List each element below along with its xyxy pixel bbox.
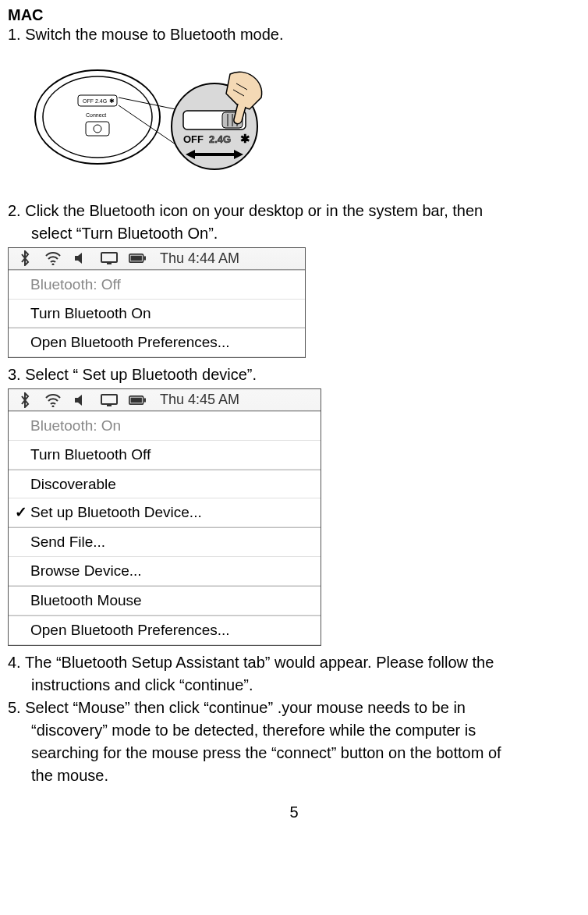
- svg-point-7: [94, 125, 101, 133]
- menu-item[interactable]: Turn Bluetooth Off: [9, 441, 321, 470]
- menu-item[interactable]: Open Bluetooth Preferences...: [9, 328, 305, 357]
- step-1: 1. Switch the mouse to Bluetooth mode.: [8, 26, 580, 44]
- svg-marker-32: [75, 395, 82, 406]
- bluetooth-icon: [16, 392, 34, 408]
- display-icon: [101, 392, 118, 408]
- battery-icon: [129, 250, 146, 266]
- bluetooth-dropdown-off: Bluetooth: Off Turn Bluetooth On Open Bl…: [9, 270, 305, 358]
- menu-item[interactable]: Set up Bluetooth Device...: [9, 498, 321, 527]
- svg-point-24: [52, 264, 55, 266]
- svg-rect-33: [101, 395, 117, 404]
- figure-mac-menu-off: Thu 4:44 AM Bluetooth: Off Turn Bluetoot…: [8, 247, 306, 358]
- menu-item: Bluetooth: On: [9, 412, 321, 441]
- mouse-switch-illustration: OFF 2.4G ✱ Connect OFF 2.4G ✱: [23, 55, 281, 179]
- connect-label: Connect: [86, 112, 106, 118]
- step-2-line1: 2. Click the Bluetooth icon on your desk…: [8, 202, 580, 220]
- menu-item: Bluetooth: Off: [9, 271, 305, 300]
- wifi-icon: [44, 250, 62, 266]
- menu-item[interactable]: Discoverable: [9, 470, 321, 499]
- menubar-time: Thu 4:45 AM: [160, 392, 239, 408]
- figure-mouse-switch: OFF 2.4G ✱ Connect OFF 2.4G ✱: [23, 55, 580, 183]
- page-number: 5: [8, 803, 580, 821]
- display-icon: [101, 250, 118, 266]
- step-5-line2: “discovery” mode to be detected, therefo…: [8, 722, 580, 739]
- step-4-line2: instructions and click “continue”.: [8, 676, 580, 694]
- svg-text:2.4G: 2.4G: [95, 98, 107, 104]
- svg-text:OFF: OFF: [183, 133, 204, 145]
- svg-point-31: [52, 405, 55, 407]
- figure-mac-menu-on: Thu 4:45 AM Bluetooth: On Turn Bluetooth…: [8, 388, 321, 645]
- svg-rect-26: [101, 253, 117, 262]
- step-5-line4: the mouse.: [8, 767, 580, 785]
- volume-icon: [73, 250, 90, 266]
- menubar-time: Thu 4:44 AM: [160, 250, 239, 267]
- volume-icon: [73, 392, 90, 408]
- battery-icon: [129, 392, 146, 408]
- step-5-line1: 5. Select “Mouse” then click “continue” …: [8, 699, 580, 717]
- menu-item[interactable]: Turn Bluetooth On: [9, 300, 305, 328]
- menu-item[interactable]: Browse Device...: [9, 557, 321, 586]
- menu-item[interactable]: Bluetooth Mouse: [9, 586, 321, 615]
- step-3: 3. Select “ Set up Bluetooth device”.: [8, 366, 580, 384]
- svg-text:2.4G: 2.4G: [209, 133, 231, 145]
- bluetooth-icon: [16, 250, 34, 266]
- menu-item[interactable]: Open Bluetooth Preferences...: [9, 615, 321, 645]
- svg-marker-25: [75, 253, 82, 264]
- svg-rect-36: [143, 398, 146, 402]
- mac-menubar-top: Thu 4:44 AM: [9, 248, 305, 270]
- step-4-line1: 4. The “Bluetooth Setup Assistant tab” w…: [8, 654, 580, 672]
- svg-text:OFF: OFF: [83, 98, 94, 104]
- step-2-line2: select “Turn Bluetooth On”.: [8, 225, 580, 243]
- svg-rect-29: [143, 257, 146, 261]
- bluetooth-dropdown-on: Bluetooth: On Turn Bluetooth Off Discove…: [9, 411, 321, 645]
- step-5-line3: searching for the mouse press the “conne…: [8, 744, 580, 762]
- menu-item[interactable]: Send File...: [9, 527, 321, 557]
- svg-text:✱: ✱: [240, 132, 250, 145]
- svg-rect-37: [131, 397, 142, 403]
- svg-rect-30: [131, 256, 142, 261]
- mac-menubar-top: Thu 4:45 AM: [9, 389, 321, 411]
- svg-text:✱: ✱: [109, 98, 115, 105]
- section-title: MAC: [8, 6, 580, 24]
- wifi-icon: [44, 392, 62, 408]
